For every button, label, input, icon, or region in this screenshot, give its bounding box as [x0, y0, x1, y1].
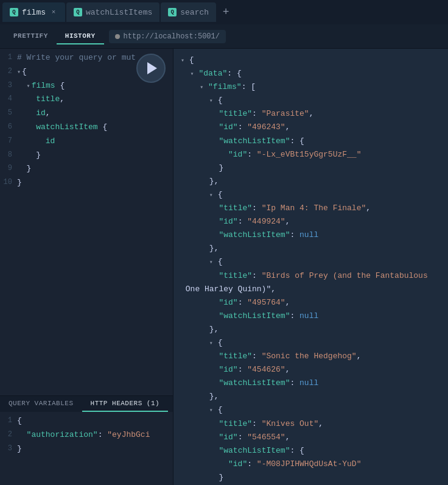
json-film-3-title: "title": "Birds of Prey (and the Fantabu… [173, 269, 448, 283]
play-button-container [136, 54, 166, 83]
tab-label-watchListItems: watchListItems [86, 8, 152, 17]
json-film-4-title: "title": "Sonic the Hedgehog", [173, 350, 448, 363]
tab-bar: Q films × Q watchListItems Q search + [0, 0, 448, 24]
http-line-num-2: 2 [0, 429, 17, 441]
json-film-1-title: "title": "Parasite", [173, 107, 448, 121]
line-content-5: id, [17, 107, 173, 120]
line-content-9: } [17, 163, 173, 175]
http-line-content-3: } [17, 443, 173, 456]
line-num-5: 5 [0, 107, 17, 119]
json-film-5-wli-key: "watchListItem": { [173, 444, 448, 458]
json-line-root-open: ▾ { [173, 54, 448, 67]
line-num-1: 1 [0, 52, 17, 63]
json-film-2-open: ▾ { [173, 188, 448, 202]
json-film-2-title: "title": "Ip Man 4: The Finale", [173, 202, 448, 215]
http-header-line-1: 1 { [0, 414, 173, 428]
json-film-4-wli: "watchListItem": null [173, 377, 448, 390]
tab-icon-films: Q [10, 8, 18, 16]
json-film-5-title: "title": "Knives Out", [173, 417, 448, 431]
line-content-6: watchListItem { [17, 121, 173, 134]
json-film-2-id: "id": "449924", [173, 215, 448, 228]
url-bar: http://localhost:5001/ [109, 30, 226, 43]
line-num-4: 4 [0, 93, 17, 105]
bottom-content: 1 { 2 "authorization": "eyJhbGci 3 } [0, 412, 173, 485]
history-button[interactable]: HISTORY [57, 29, 104, 44]
toolbar: PRETTIFY HISTORY http://localhost:5001/ [0, 24, 448, 49]
json-film-1-open: ▾ { [173, 94, 448, 107]
json-film-2-wli: "watchListItem": null [173, 228, 448, 242]
line-num-9: 9 [0, 163, 17, 174]
right-panel: ▾ { ▾ "data": { ▾ "films": [ ▾ { "title"… [173, 49, 448, 485]
tab-close-films[interactable]: × [49, 8, 58, 16]
http-line-content-2: "authorization": "eyJhbGci [17, 429, 173, 442]
json-film-1-wli-id: "id": "-Lx_eVBt15yGgr5UzF__" [173, 148, 448, 161]
json-line-data-key: ▾ "data": { [173, 67, 448, 80]
json-film-5-open: ▾ { [173, 403, 448, 417]
http-header-line-2: 2 "authorization": "eyJhbGci [0, 428, 173, 442]
json-film-3-wli: "watchListItem": null [173, 310, 448, 323]
json-film-1-close: }, [173, 175, 448, 188]
left-panel: 1 # Write your query or mut 2 ▾{ 3 ▾film… [0, 49, 173, 485]
code-line-5: 5 id, [0, 107, 173, 121]
code-line-9: 9 } [0, 162, 173, 176]
add-tab-button[interactable]: + [217, 4, 234, 21]
json-film-3-close: }, [173, 323, 448, 336]
json-film-2-close: }, [173, 242, 448, 255]
code-line-4: 4 title, [0, 93, 173, 107]
tab-label-films: films [22, 8, 46, 17]
line-num-2: 2 [0, 66, 17, 77]
http-headers-tab[interactable]: HTTP HEADERS (1) [82, 396, 169, 412]
bottom-panel: QUERY VARIABLES HTTP HEADERS (1) 1 { 2 "… [0, 395, 173, 485]
json-film-1-id: "id": "496243", [173, 121, 448, 134]
http-line-content-1: { [17, 415, 173, 428]
editor-area[interactable]: 1 # Write your query or mut 2 ▾{ 3 ▾film… [0, 49, 173, 395]
line-content-7: id [17, 135, 173, 148]
json-film-4-close: }, [173, 390, 448, 403]
line-num-7: 7 [0, 135, 17, 147]
line-content-4: title, [17, 93, 173, 106]
json-line-films-key: ▾ "films": [ [173, 80, 448, 94]
code-line-8: 8 } [0, 149, 173, 163]
tab-films[interactable]: Q films × [2, 2, 65, 22]
line-content-10: } [17, 177, 173, 189]
json-film-4-id: "id": "454626", [173, 363, 448, 377]
url-text: http://localhost:5001/ [124, 32, 220, 41]
line-num-6: 6 [0, 121, 17, 133]
tab-search[interactable]: Q search [161, 2, 216, 22]
json-film-3-id: "id": "495764", [173, 296, 448, 310]
json-film-5-wli-close: } [173, 471, 448, 484]
line-num-10: 10 [0, 177, 17, 188]
code-line-7: 7 id [0, 135, 173, 149]
url-status-dot [115, 34, 120, 39]
tab-icon-search: Q [168, 8, 177, 16]
bottom-tabs: QUERY VARIABLES HTTP HEADERS (1) [0, 396, 173, 412]
json-film-1-wli-close: } [173, 161, 448, 175]
line-num-3: 3 [0, 80, 17, 91]
tab-icon-watchListItems: Q [74, 8, 82, 16]
line-content-8: } [17, 149, 173, 162]
http-header-line-3: 3 } [0, 442, 173, 456]
json-film-3-title-cont: One Harley Quinn)", [173, 283, 448, 296]
tab-label-search: search [180, 8, 209, 17]
tab-watchListItems[interactable]: Q watchListItems [66, 2, 159, 22]
json-film-3-open: ▾ { [173, 255, 448, 269]
code-line-6: 6 watchListItem { [0, 121, 173, 135]
json-film-5-wli-id: "id": "-M08JPIHWHQdUsAt-YuD" [173, 458, 448, 471]
json-film-5-id: "id": "546554", [173, 431, 448, 444]
main-area: 1 # Write your query or mut 2 ▾{ 3 ▾film… [0, 49, 448, 485]
json-film-1-wli-key: "watchListItem": { [173, 135, 448, 148]
run-query-button[interactable] [136, 54, 166, 83]
line-num-8: 8 [0, 149, 17, 161]
json-film-4-open: ▾ { [173, 336, 448, 350]
http-line-num-1: 1 [0, 415, 17, 427]
http-line-num-3: 3 [0, 443, 17, 455]
play-icon [147, 62, 157, 74]
prettify-button[interactable]: PRETTIFY [5, 29, 57, 44]
query-variables-tab[interactable]: QUERY VARIABLES [0, 396, 82, 412]
code-line-10: 10 } [0, 176, 173, 190]
